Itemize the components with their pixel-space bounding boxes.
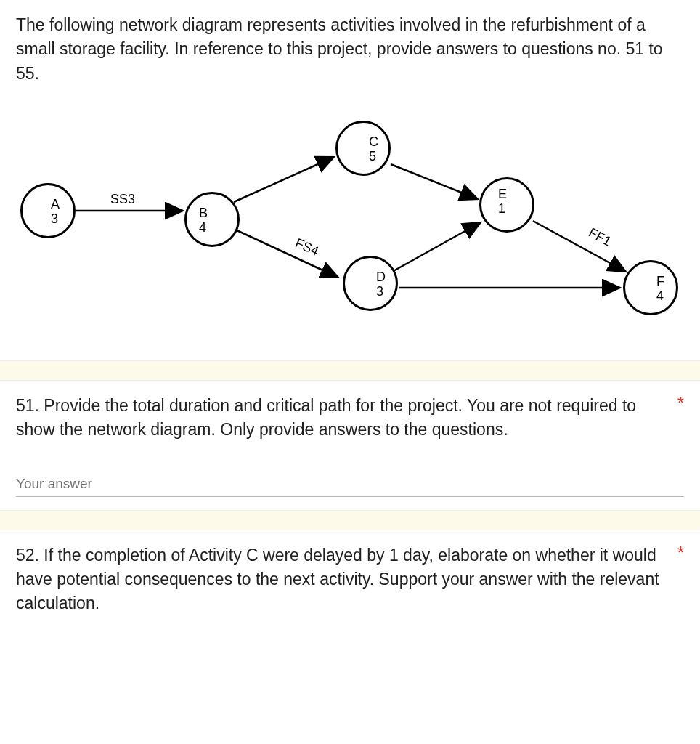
required-indicator: *	[677, 543, 684, 563]
network-diagram-container: A 3 B 4 C 5 D 3 E 1 F 4	[0, 99, 700, 360]
node-a-letter: A	[51, 198, 60, 212]
node-b	[184, 192, 240, 247]
edge-label-ss3: SS3	[110, 192, 135, 207]
section-divider	[0, 360, 700, 381]
node-e-letter: E	[498, 187, 507, 202]
node-f-letter: F	[656, 275, 664, 289]
intro-section: The following network diagram represents…	[0, 0, 700, 99]
svg-line-2	[235, 230, 338, 278]
node-d-letter: D	[376, 270, 386, 285]
node-f-label: F 4	[656, 275, 664, 304]
node-d	[343, 256, 398, 311]
answer-field-q51	[16, 472, 684, 497]
node-b-letter: B	[199, 206, 208, 221]
node-b-label: B 4	[199, 206, 208, 235]
node-b-duration: 4	[199, 221, 208, 235]
node-a-duration: 3	[51, 212, 60, 227]
node-c-duration: 5	[369, 150, 378, 164]
required-indicator: *	[677, 394, 684, 413]
svg-line-1	[234, 157, 334, 202]
node-f	[623, 260, 678, 315]
node-c-label: C 5	[369, 135, 378, 164]
question-51-section: 51. Provide the total duration and criti…	[0, 381, 700, 510]
intro-text: The following network diagram represents…	[16, 13, 684, 86]
svg-line-6	[533, 221, 626, 272]
question-51-text: 51. Provide the total duration and criti…	[16, 396, 636, 439]
question-52-text: 52. If the completion of Activity C were…	[16, 546, 659, 613]
node-f-duration: 4	[656, 289, 664, 304]
node-c	[335, 121, 391, 176]
svg-line-4	[392, 222, 481, 272]
node-d-duration: 3	[376, 285, 386, 299]
svg-line-3	[391, 164, 478, 199]
section-divider	[0, 510, 700, 530]
answer-input-q51[interactable]	[16, 472, 684, 497]
node-c-letter: C	[369, 135, 378, 150]
network-diagram: A 3 B 4 C 5 D 3 E 1 F 4	[16, 113, 684, 331]
node-e-label: E 1	[498, 187, 507, 217]
node-a-label: A 3	[51, 198, 60, 227]
node-d-label: D 3	[376, 270, 386, 299]
node-e-duration: 1	[498, 202, 507, 217]
node-a	[20, 183, 76, 238]
question-52-section: 52. If the completion of Activity C were…	[0, 530, 700, 629]
